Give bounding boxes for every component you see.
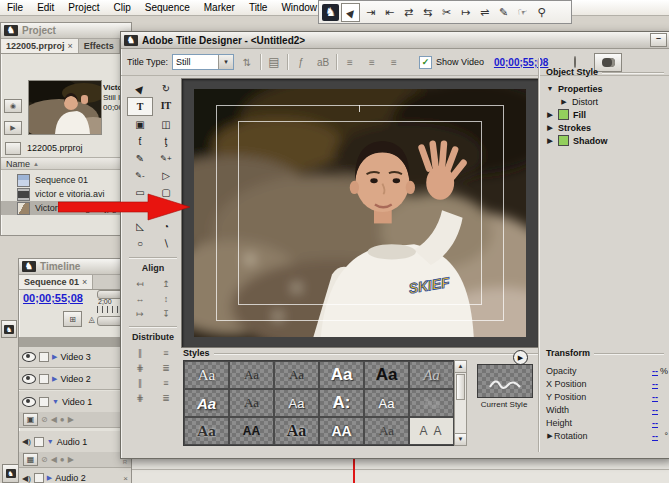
track-lock-toggle[interactable]: [39, 397, 49, 407]
distribute-vertical-bottom-icon[interactable]: ≡: [153, 375, 179, 390]
toggle-track-audio-icon[interactable]: ◀): [22, 437, 31, 446]
track-collapse-icon[interactable]: ▶: [52, 353, 57, 361]
style-swatch[interactable]: AA: [319, 417, 364, 445]
style-swatch[interactable]: Aa: [184, 389, 229, 417]
title-designer-titlebar[interactable]: ♞ Adobe Title Designer - <Untitled2> –: [121, 32, 669, 49]
project-panel-header[interactable]: ♞ Project: [1, 23, 131, 39]
next-keyframe-icon[interactable]: ▶: [68, 415, 74, 424]
menu-clip[interactable]: Clip: [106, 1, 137, 14]
toggle-track-output-icon[interactable]: [22, 352, 36, 362]
menu-marker[interactable]: Marker: [197, 1, 242, 14]
designer-timecode[interactable]: 00;00;55;08: [494, 57, 548, 68]
tab-close-icon[interactable]: ×: [68, 41, 73, 51]
scrollbar-thumb[interactable]: [456, 374, 465, 400]
style-swatch[interactable]: Aa: [409, 389, 454, 417]
add-keyframe-icon[interactable]: ●: [60, 455, 65, 464]
timeline-playhead-line[interactable]: [353, 458, 355, 483]
distribute-vertical-top-icon[interactable]: ≡: [153, 345, 179, 360]
track-video-2[interactable]: ▶ Video 2: [19, 369, 131, 390]
toggle-track-output-icon[interactable]: [22, 374, 36, 384]
prev-keyframe-icon[interactable]: ◀: [51, 455, 57, 464]
style-swatch[interactable]: Aa: [184, 417, 229, 445]
styles-scrollbar[interactable]: ▲ ▼: [454, 360, 467, 446]
align-vertical-bottom-icon[interactable]: ↧: [153, 306, 179, 321]
style-swatch[interactable]: Aa: [229, 389, 274, 417]
distribute-horizontal-left-icon[interactable]: ∥: [127, 345, 153, 360]
show-keyframes-icon[interactable]: ⊘: [41, 415, 48, 424]
delete-anchor-point-tool[interactable]: ✎-: [127, 167, 153, 184]
style-swatch[interactable]: Aa: [274, 417, 319, 445]
slip-tool-icon[interactable]: ↦: [457, 4, 474, 21]
tree-item-properties[interactable]: ▼ Properties: [546, 82, 664, 95]
height-value[interactable]: --: [652, 418, 658, 428]
selection-tool-icon[interactable]: ▶: [344, 6, 357, 19]
distribute-horizontal-even-icon[interactable]: ⋕: [127, 390, 153, 405]
style-swatch[interactable]: Aa: [274, 389, 319, 417]
distribute-vertical-even-icon[interactable]: ≣: [153, 390, 179, 405]
add-anchor-point-tool[interactable]: ✎+: [153, 150, 179, 167]
style-swatch[interactable]: Aa: [319, 361, 364, 389]
track-audio-2[interactable]: ◀) ▶ Audio 2 ×: [19, 468, 131, 483]
add-keyframe-icon[interactable]: ●: [60, 415, 65, 424]
hand-tool-icon[interactable]: ☞: [514, 4, 531, 21]
title-canvas[interactable]: SKIEF: [181, 78, 539, 348]
vertical-type-tool[interactable]: IT: [153, 97, 179, 114]
style-swatch[interactable]: Aa: [364, 389, 409, 417]
track-lock-toggle[interactable]: [39, 374, 49, 384]
tree-collapsed-icon[interactable]: ▶: [560, 98, 568, 106]
ripple-edit-tool-icon[interactable]: ⇤: [381, 4, 398, 21]
menu-window[interactable]: Window: [274, 1, 324, 14]
tree-item-fill[interactable]: ▶ Fill: [546, 108, 664, 121]
track-lock-toggle[interactable]: [34, 437, 44, 447]
horizontal-area-type-tool[interactable]: ▣: [127, 116, 153, 133]
track-expand-icon[interactable]: ▼: [52, 398, 59, 405]
style-swatch[interactable]: Aa: [364, 417, 409, 445]
razor-tool-icon[interactable]: ✂: [438, 4, 455, 21]
tree-collapsed-icon[interactable]: ▶: [546, 124, 554, 132]
pen-tool[interactable]: ✎: [127, 150, 153, 167]
font-size-icon[interactable]: aB: [314, 54, 332, 70]
style-swatch[interactable]: AA: [229, 417, 274, 445]
tree-item-shadow[interactable]: ▶ Shadow: [546, 134, 664, 147]
tree-collapsed-icon[interactable]: ▶: [546, 432, 554, 440]
tree-item-distort[interactable]: ▶ Distort: [546, 95, 664, 108]
align-left-icon[interactable]: ≡: [341, 54, 359, 70]
track-lock-toggle[interactable]: [34, 473, 44, 483]
style-swatch[interactable]: A:: [319, 389, 364, 417]
convert-anchor-point-tool[interactable]: ▷: [153, 167, 179, 184]
horizontal-type-tool[interactable]: T: [127, 97, 153, 116]
name-column-header[interactable]: Name ▲: [1, 157, 131, 170]
toggle-track-audio-icon[interactable]: ◀): [22, 474, 31, 483]
tree-collapsed-icon[interactable]: ▶: [546, 111, 554, 119]
next-keyframe-icon[interactable]: ▶: [68, 455, 74, 464]
chevron-down-icon[interactable]: ▾: [218, 55, 233, 69]
menu-edit[interactable]: Edit: [30, 1, 61, 14]
align-vertical-center-icon[interactable]: ↕: [153, 291, 179, 306]
list-item-sequence[interactable]: Sequence 01: [1, 173, 129, 187]
minimize-button[interactable]: –: [650, 33, 667, 47]
align-center-icon[interactable]: ≡: [363, 54, 381, 70]
scroll-down-icon[interactable]: ▼: [455, 433, 466, 445]
menu-title[interactable]: Title: [242, 1, 275, 14]
ellipse-tool[interactable]: ○: [127, 235, 153, 252]
vertical-path-type-tool[interactable]: ƫ: [153, 133, 179, 150]
align-vertical-top-icon[interactable]: ↥: [153, 276, 179, 291]
track-video-1[interactable]: ▼ Video 1: [19, 391, 131, 412]
templates-icon[interactable]: ▤: [265, 54, 283, 70]
rotation-tool[interactable]: ↻: [153, 80, 179, 97]
menu-project[interactable]: Project: [61, 1, 106, 14]
align-horizontal-left-icon[interactable]: ↤: [127, 276, 153, 291]
align-horizontal-center-icon[interactable]: ↔: [127, 291, 153, 306]
slide-tool-icon[interactable]: ⇌: [476, 4, 493, 21]
tree-expanded-icon[interactable]: ▼: [546, 85, 554, 92]
align-horizontal-right-icon[interactable]: ↦: [127, 306, 153, 321]
docked-panel-tab[interactable]: ♞: [1, 320, 17, 338]
show-keyframes-icon[interactable]: ⊘: [41, 455, 48, 464]
distribute-horizontal-center-icon[interactable]: ⋕: [127, 360, 153, 375]
style-swatch[interactable]: Aa: [409, 361, 454, 389]
track-collapse-icon[interactable]: ▶: [47, 474, 52, 482]
tree-item-strokes[interactable]: ▶ Strokes: [546, 121, 664, 134]
line-tool[interactable]: ∖: [153, 235, 179, 252]
preview-play-icon[interactable]: ▶: [4, 121, 22, 135]
sync-pin-icon[interactable]: [574, 57, 576, 67]
